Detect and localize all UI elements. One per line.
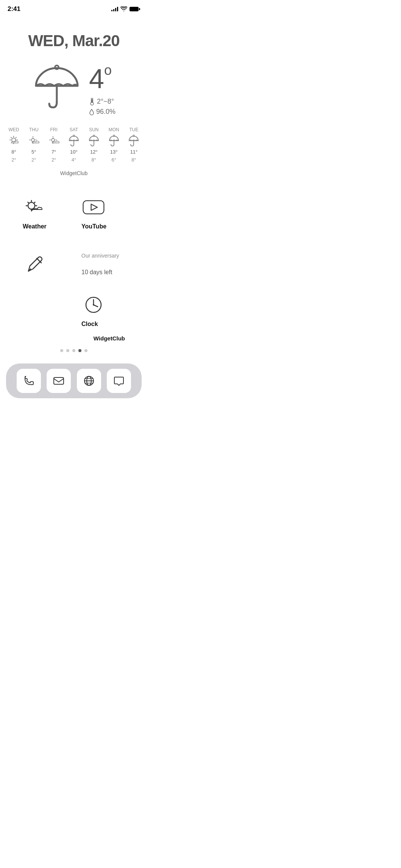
svg-marker-40 — [91, 204, 97, 210]
svg-line-41 — [37, 258, 41, 263]
forecast-day-wed: WED 8° 2° — [5, 127, 23, 163]
svg-line-38 — [34, 202, 35, 203]
forecast-day-sat: SAT 10° 4° — [65, 127, 83, 163]
forecast-day-sun: SUN 12° 8° — [85, 127, 103, 163]
status-icons — [111, 6, 140, 12]
weather-info: 4o 2°~8° 96.0% — [89, 61, 115, 116]
dock-mail[interactable] — [47, 369, 71, 393]
svg-line-37 — [28, 202, 29, 203]
date-display: WED, Mar.20 — [0, 32, 148, 50]
weather-widget: 4o 2°~8° 96.0% — [0, 61, 148, 116]
app-grid-row1: Weather YouTube — [0, 188, 148, 238]
dot-4[interactable] — [78, 349, 81, 352]
widgetclub-app-label: WidgetClub — [0, 335, 148, 342]
anniversary-widget: Our anniversary 10days left — [74, 245, 133, 285]
forecast-row: WED 8° 2° THU 5° 2° FRI — [0, 127, 148, 163]
svg-point-19 — [51, 138, 55, 141]
forecast-day-mon: MON 13° 6° — [105, 127, 123, 163]
youtube-app-label: YouTube — [81, 223, 106, 230]
page-dots — [0, 349, 148, 352]
svg-line-12 — [11, 137, 12, 138]
dock-globe[interactable] — [77, 369, 101, 393]
forecast-day-thu: THU 5° 2° — [25, 127, 43, 163]
dock — [6, 363, 142, 398]
date-header: WED, Mar.20 — [0, 32, 148, 50]
app-item-clock[interactable]: Clock — [74, 285, 133, 335]
app-item-notes[interactable] — [15, 245, 74, 335]
right-col: Our anniversary 10days left Clock — [74, 245, 133, 335]
forecast-day-fri: FRI 7° 2° — [45, 127, 63, 163]
status-time: 2:41 — [8, 5, 20, 13]
signal-icon — [111, 7, 118, 11]
anniversary-title: Our anniversary — [81, 253, 119, 259]
dock-chat[interactable] — [107, 369, 131, 393]
dock-phone[interactable] — [17, 369, 41, 393]
anniversary-count: 10days left — [81, 260, 112, 278]
svg-rect-47 — [54, 377, 64, 384]
dot-2[interactable] — [66, 349, 69, 352]
app-grid-row2: Our anniversary 10days left Clock — [0, 245, 148, 335]
wifi-icon — [120, 6, 127, 12]
weather-app-label: Weather — [23, 223, 47, 230]
youtube-app-icon — [81, 195, 106, 219]
svg-line-13 — [16, 137, 17, 138]
widgetclub-label: WidgetClub — [0, 170, 148, 176]
svg-rect-39 — [83, 201, 104, 214]
umbrella-icon — [32, 61, 81, 110]
svg-rect-0 — [130, 7, 139, 11]
clock-app-label: Clock — [81, 321, 98, 328]
battery-icon — [130, 6, 140, 12]
app-item-youtube[interactable]: YouTube — [74, 188, 133, 238]
weather-app-icon — [23, 195, 47, 219]
temp-range: 2°~8° — [89, 98, 115, 106]
dot-3[interactable] — [72, 349, 75, 352]
forecast-day-tue: TUE 11° 8° — [125, 127, 143, 163]
svg-point-32 — [28, 202, 35, 209]
clock-icon-wrap — [81, 293, 106, 317]
current-temp: 4o — [89, 65, 115, 92]
dot-1[interactable] — [60, 349, 63, 352]
humidity: 96.0% — [89, 108, 115, 116]
app-item-weather[interactable]: Weather — [15, 188, 74, 238]
dot-5[interactable] — [84, 349, 87, 352]
svg-point-14 — [31, 138, 34, 141]
pencil-icon-wrap — [23, 253, 47, 277]
svg-rect-1 — [139, 8, 140, 10]
status-bar: 2:41 — [0, 0, 148, 17]
svg-point-46 — [93, 304, 94, 306]
